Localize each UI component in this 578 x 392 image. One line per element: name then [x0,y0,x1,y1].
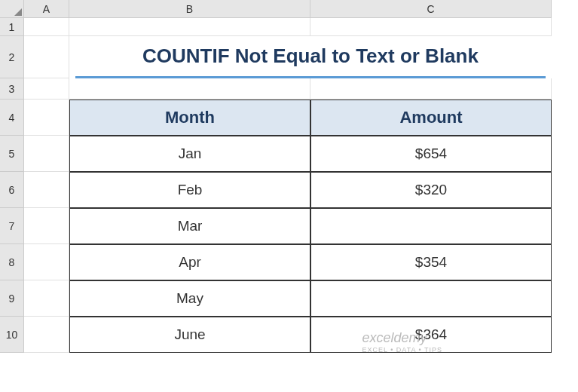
select-all-corner[interactable] [0,0,24,18]
cell-a5[interactable] [24,136,69,172]
page-title: COUNTIF Not Equal to Text or Blank [75,36,546,78]
column-header-c[interactable]: C [310,0,552,18]
table-row[interactable] [310,208,552,244]
column-header-b[interactable]: B [69,0,310,18]
table-row[interactable]: $654 [310,136,552,172]
cell-a3[interactable] [24,78,69,100]
cell-c3[interactable] [310,78,552,100]
row-header-6[interactable]: 6 [0,172,24,208]
row-header-4[interactable]: 4 [0,100,24,136]
cell-a7[interactable] [24,208,69,244]
table-row[interactable] [310,280,552,317]
table-header-amount[interactable]: Amount [310,100,552,136]
table-row[interactable]: Jan [69,136,310,172]
table-row[interactable]: $364 [310,317,552,353]
row-header-5[interactable]: 5 [0,136,24,172]
cell-a9[interactable] [24,280,69,317]
cell-a10[interactable] [24,317,69,353]
row-header-8[interactable]: 8 [0,244,24,280]
cell-a1[interactable] [24,18,69,36]
cell-a8[interactable] [24,244,69,280]
table-row[interactable]: $354 [310,244,552,280]
row-header-10[interactable]: 10 [0,317,24,353]
row-header-7[interactable]: 7 [0,208,24,244]
table-row[interactable]: $320 [310,172,552,208]
table-row[interactable]: Apr [69,244,310,280]
row-header-9[interactable]: 9 [0,280,24,317]
cell-c1[interactable] [310,18,552,36]
spreadsheet-grid: A B C 1 2 COUNTIF Not Equal to Text or B… [0,0,578,353]
table-row[interactable]: June [69,317,310,353]
table-row[interactable]: May [69,280,310,317]
cell-a4[interactable] [24,100,69,136]
column-header-a[interactable]: A [24,0,69,18]
cell-a6[interactable] [24,172,69,208]
table-header-month[interactable]: Month [69,100,310,136]
row-header-3[interactable]: 3 [0,78,24,100]
cell-b1[interactable] [69,18,310,36]
cell-a2[interactable] [24,36,69,78]
row-header-1[interactable]: 1 [0,18,24,36]
table-row[interactable]: Feb [69,172,310,208]
table-row[interactable]: Mar [69,208,310,244]
row-header-2[interactable]: 2 [0,36,24,78]
cell-b3[interactable] [69,78,310,100]
